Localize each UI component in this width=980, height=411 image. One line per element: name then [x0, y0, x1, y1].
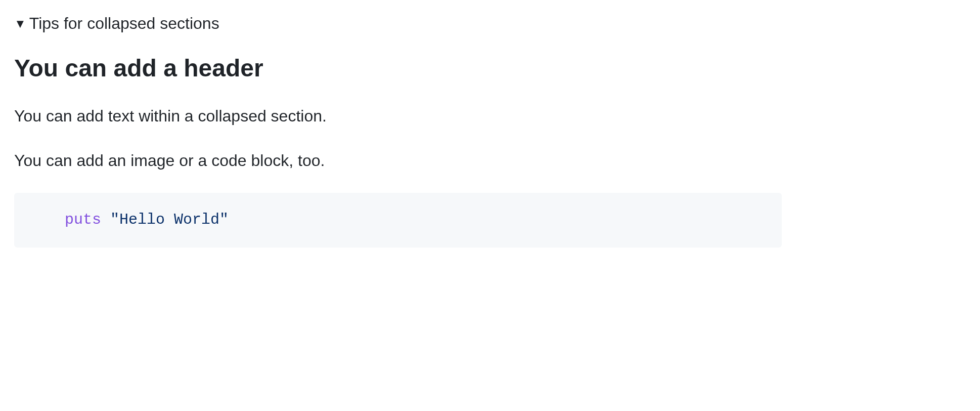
section-header: You can add a header — [14, 53, 966, 84]
details-content: You can add a header You can add text wi… — [14, 53, 966, 248]
code-block: puts "Hello World" — [14, 193, 782, 248]
code-string: "Hello World" — [110, 211, 229, 228]
summary-label: Tips for collapsed sections — [29, 14, 219, 33]
paragraph-2: You can add an image or a code block, to… — [14, 148, 966, 173]
code-keyword: puts — [65, 211, 101, 228]
details-container: ▼ Tips for collapsed sections You can ad… — [14, 14, 966, 248]
triangle-down-icon: ▼ — [14, 18, 26, 30]
details-summary[interactable]: ▼ Tips for collapsed sections — [14, 14, 966, 33]
paragraph-1: You can add text within a collapsed sect… — [14, 104, 966, 128]
